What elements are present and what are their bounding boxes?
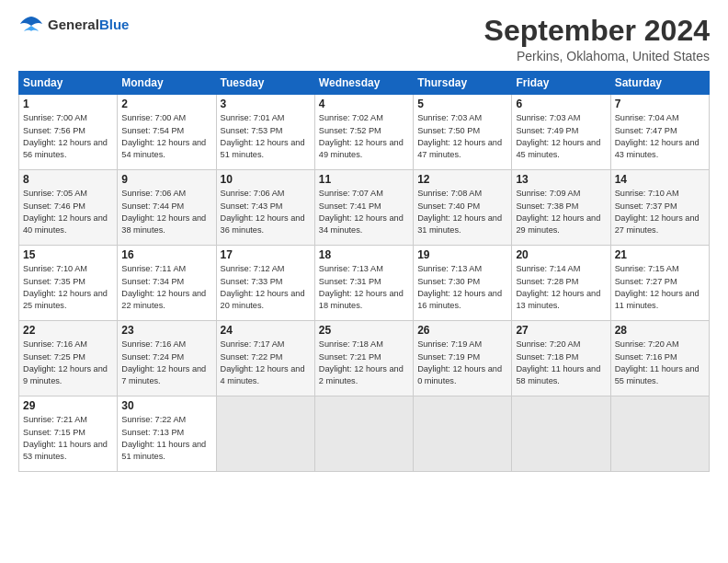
day-number: 11	[319, 173, 409, 186]
day-info: Sunrise: 7:20 AM Sunset: 7:16 PM Dayligh…	[615, 339, 705, 387]
day-cell: 25Sunrise: 7:18 AM Sunset: 7:21 PM Dayli…	[314, 321, 413, 396]
day-cell: 3Sunrise: 7:01 AM Sunset: 7:53 PM Daylig…	[216, 95, 314, 170]
day-cell: 27Sunrise: 7:20 AM Sunset: 7:18 PM Dayli…	[512, 321, 610, 396]
day-number: 21	[615, 248, 705, 261]
calendar-body: 1Sunrise: 7:00 AM Sunset: 7:56 PM Daylig…	[19, 95, 710, 472]
week-row-4: 22Sunrise: 7:16 AM Sunset: 7:25 PM Dayli…	[19, 321, 710, 396]
day-cell: 29Sunrise: 7:21 AM Sunset: 7:15 PM Dayli…	[19, 396, 118, 472]
day-cell: 21Sunrise: 7:15 AM Sunset: 7:27 PM Dayli…	[610, 246, 709, 321]
week-row-3: 15Sunrise: 7:10 AM Sunset: 7:35 PM Dayli…	[19, 246, 710, 321]
logo: GeneralBlue	[18, 15, 129, 35]
day-cell	[414, 396, 512, 472]
day-info: Sunrise: 7:14 AM Sunset: 7:28 PM Dayligh…	[516, 263, 606, 312]
title-area: September 2024 Perkins, Oklahoma, United…	[484, 15, 710, 63]
day-number: 3	[221, 98, 311, 110]
day-number: 30	[121, 399, 211, 412]
header-row: SundayMondayTuesdayWednesdayThursdayFrid…	[19, 72, 710, 95]
day-number: 19	[417, 248, 507, 261]
header-cell-friday: Friday	[512, 72, 610, 95]
day-number: 16	[121, 248, 211, 261]
day-cell: 18Sunrise: 7:13 AM Sunset: 7:31 PM Dayli…	[314, 246, 413, 321]
day-number: 23	[121, 324, 211, 337]
day-cell: 7Sunrise: 7:04 AM Sunset: 7:47 PM Daylig…	[610, 95, 709, 170]
day-cell: 30Sunrise: 7:22 AM Sunset: 7:13 PM Dayli…	[118, 396, 216, 472]
day-number: 10	[221, 173, 311, 186]
day-info: Sunrise: 7:06 AM Sunset: 7:43 PM Dayligh…	[221, 188, 311, 236]
day-cell: 28Sunrise: 7:20 AM Sunset: 7:16 PM Dayli…	[610, 321, 709, 396]
day-info: Sunrise: 7:01 AM Sunset: 7:53 PM Dayligh…	[221, 112, 311, 161]
day-number: 2	[121, 98, 211, 110]
day-info: Sunrise: 7:03 AM Sunset: 7:49 PM Dayligh…	[516, 112, 606, 161]
logo-blue: Blue	[99, 17, 130, 32]
day-number: 14	[615, 173, 705, 186]
day-number: 12	[417, 173, 507, 186]
header-cell-wednesday: Wednesday	[314, 72, 413, 95]
day-cell	[610, 396, 709, 472]
day-info: Sunrise: 7:16 AM Sunset: 7:25 PM Dayligh…	[23, 339, 113, 387]
day-info: Sunrise: 7:22 AM Sunset: 7:13 PM Dayligh…	[121, 414, 211, 463]
header-cell-thursday: Thursday	[414, 72, 512, 95]
day-cell: 19Sunrise: 7:13 AM Sunset: 7:30 PM Dayli…	[414, 246, 512, 321]
day-cell: 5Sunrise: 7:03 AM Sunset: 7:50 PM Daylig…	[414, 95, 512, 170]
day-cell: 14Sunrise: 7:10 AM Sunset: 7:37 PM Dayli…	[610, 170, 709, 246]
day-number: 15	[23, 248, 113, 261]
day-number: 9	[121, 173, 211, 186]
page: GeneralBlue September 2024 Perkins, Okla…	[0, 0, 728, 563]
day-info: Sunrise: 7:11 AM Sunset: 7:34 PM Dayligh…	[121, 263, 211, 312]
day-number: 27	[516, 324, 606, 337]
day-number: 22	[23, 324, 113, 337]
day-info: Sunrise: 7:00 AM Sunset: 7:54 PM Dayligh…	[121, 112, 211, 161]
day-info: Sunrise: 7:12 AM Sunset: 7:33 PM Dayligh…	[221, 263, 311, 312]
day-number: 29	[23, 399, 113, 412]
day-cell: 8Sunrise: 7:05 AM Sunset: 7:46 PM Daylig…	[19, 170, 118, 246]
day-number: 28	[615, 324, 705, 337]
day-number: 26	[417, 324, 507, 337]
day-cell	[512, 396, 610, 472]
logo-general: General	[48, 17, 99, 32]
header-cell-saturday: Saturday	[610, 72, 709, 95]
calendar-header: SundayMondayTuesdayWednesdayThursdayFrid…	[19, 72, 710, 95]
day-cell: 6Sunrise: 7:03 AM Sunset: 7:49 PM Daylig…	[512, 95, 610, 170]
day-cell: 11Sunrise: 7:07 AM Sunset: 7:41 PM Dayli…	[314, 170, 413, 246]
day-info: Sunrise: 7:19 AM Sunset: 7:19 PM Dayligh…	[417, 339, 507, 387]
day-number: 6	[516, 98, 606, 110]
day-info: Sunrise: 7:04 AM Sunset: 7:47 PM Dayligh…	[615, 112, 705, 161]
week-row-2: 8Sunrise: 7:05 AM Sunset: 7:46 PM Daylig…	[19, 170, 710, 246]
header-area: GeneralBlue September 2024 Perkins, Okla…	[18, 15, 710, 63]
day-number: 4	[319, 98, 409, 110]
day-cell	[216, 396, 314, 472]
day-cell: 13Sunrise: 7:09 AM Sunset: 7:38 PM Dayli…	[512, 170, 610, 246]
day-cell: 20Sunrise: 7:14 AM Sunset: 7:28 PM Dayli…	[512, 246, 610, 321]
day-info: Sunrise: 7:13 AM Sunset: 7:31 PM Dayligh…	[319, 263, 409, 312]
day-cell: 9Sunrise: 7:06 AM Sunset: 7:44 PM Daylig…	[118, 170, 216, 246]
main-title: September 2024	[484, 15, 710, 47]
day-info: Sunrise: 7:00 AM Sunset: 7:56 PM Dayligh…	[23, 112, 113, 161]
day-info: Sunrise: 7:09 AM Sunset: 7:38 PM Dayligh…	[516, 188, 606, 236]
day-cell: 22Sunrise: 7:16 AM Sunset: 7:25 PM Dayli…	[19, 321, 118, 396]
header-cell-monday: Monday	[118, 72, 216, 95]
day-number: 7	[615, 98, 705, 110]
day-cell: 24Sunrise: 7:17 AM Sunset: 7:22 PM Dayli…	[216, 321, 314, 396]
day-cell: 4Sunrise: 7:02 AM Sunset: 7:52 PM Daylig…	[314, 95, 413, 170]
day-info: Sunrise: 7:06 AM Sunset: 7:44 PM Dayligh…	[121, 188, 211, 236]
day-info: Sunrise: 7:18 AM Sunset: 7:21 PM Dayligh…	[319, 339, 409, 387]
logo-text: GeneralBlue	[48, 17, 129, 33]
header-cell-sunday: Sunday	[19, 72, 118, 95]
day-info: Sunrise: 7:20 AM Sunset: 7:18 PM Dayligh…	[516, 339, 606, 387]
day-cell: 12Sunrise: 7:08 AM Sunset: 7:40 PM Dayli…	[414, 170, 512, 246]
day-cell: 26Sunrise: 7:19 AM Sunset: 7:19 PM Dayli…	[414, 321, 512, 396]
day-number: 13	[516, 173, 606, 186]
day-cell: 23Sunrise: 7:16 AM Sunset: 7:24 PM Dayli…	[118, 321, 216, 396]
day-cell: 16Sunrise: 7:11 AM Sunset: 7:34 PM Dayli…	[118, 246, 216, 321]
logo-icon	[18, 15, 44, 35]
week-row-1: 1Sunrise: 7:00 AM Sunset: 7:56 PM Daylig…	[19, 95, 710, 170]
subtitle: Perkins, Oklahoma, United States	[484, 49, 710, 63]
day-number: 20	[516, 248, 606, 261]
day-number: 17	[221, 248, 311, 261]
day-number: 5	[417, 98, 507, 110]
day-number: 24	[221, 324, 311, 337]
day-info: Sunrise: 7:08 AM Sunset: 7:40 PM Dayligh…	[417, 188, 507, 236]
day-info: Sunrise: 7:10 AM Sunset: 7:35 PM Dayligh…	[23, 263, 113, 312]
day-cell: 1Sunrise: 7:00 AM Sunset: 7:56 PM Daylig…	[19, 95, 118, 170]
day-info: Sunrise: 7:16 AM Sunset: 7:24 PM Dayligh…	[121, 339, 211, 387]
